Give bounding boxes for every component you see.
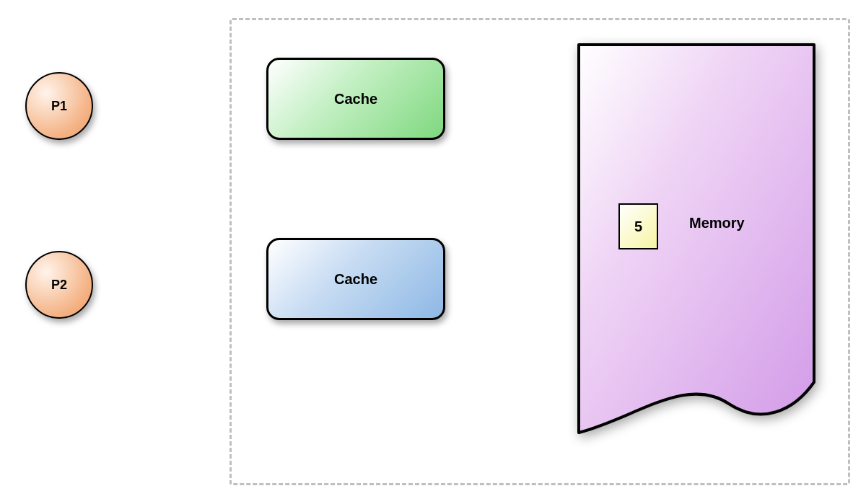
memory-value-box: 5 [618,203,658,249]
processor-p2-label: P2 [51,278,67,293]
memory-value-text: 5 [634,218,642,235]
diagram-canvas: P1 P2 Cache Cache 5 Memory [0,0,866,504]
cache-1: Cache [266,58,445,140]
processor-p1: P1 [25,72,93,140]
cache-2-label: Cache [334,271,377,288]
memory-label: Memory [689,215,745,231]
processor-p2: P2 [25,251,93,319]
cache-2: Cache [266,238,445,320]
cache-1-label: Cache [334,91,377,107]
processor-p1-label: P1 [51,99,67,114]
memory-shape [577,43,815,436]
